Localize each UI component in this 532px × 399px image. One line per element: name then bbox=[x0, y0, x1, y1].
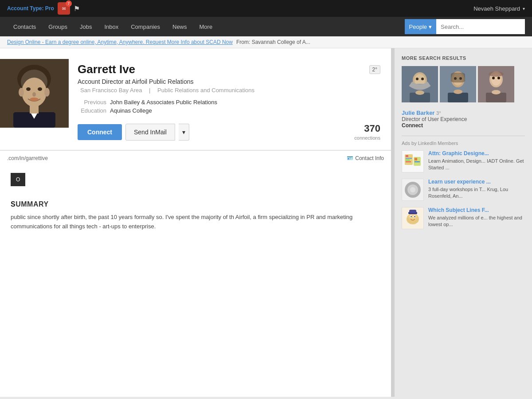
flag-icon[interactable]: ⚑ bbox=[74, 4, 80, 13]
ads-section: Ads by LinkedIn Members bbox=[402, 136, 525, 229]
nav-companies[interactable]: Companies bbox=[125, 17, 166, 36]
previous-value: John Bailey & Associates Public Relation… bbox=[110, 99, 217, 106]
svg-point-6 bbox=[26, 87, 31, 91]
person-connect-button[interactable]: Connect bbox=[402, 122, 525, 129]
profile-meta: Previous John Bailey & Associates Public… bbox=[78, 99, 380, 114]
svg-point-19 bbox=[415, 90, 424, 95]
education-row: Education Aquinas College bbox=[78, 107, 380, 114]
svg-rect-12 bbox=[30, 106, 39, 113]
connections-count: 370 connections bbox=[354, 123, 380, 141]
svg-point-16 bbox=[416, 78, 419, 80]
svg-point-4 bbox=[19, 88, 24, 97]
search-input[interactable] bbox=[436, 19, 525, 34]
ad-banner: Design Online - Earn a degree online, An… bbox=[0, 36, 532, 48]
search-result-photo-2[interactable] bbox=[440, 66, 476, 102]
previous-row: Previous John Bailey & Associates Public… bbox=[78, 99, 380, 106]
more-search-results-title: MORE SEARCH RESULTS bbox=[402, 55, 525, 61]
ads-title: Ads by LinkedIn Members bbox=[402, 141, 525, 146]
user-menu[interactable]: Nevaeh Sheppard ▾ bbox=[473, 5, 525, 12]
connection-degree: 2° bbox=[369, 65, 380, 74]
search-type-dropdown[interactable]: People ▾ bbox=[405, 19, 436, 34]
inmail-dropdown-button[interactable]: ▾ bbox=[179, 124, 189, 141]
svg-point-57 bbox=[414, 216, 415, 217]
summary-text: public since shortly after birth, the pa… bbox=[11, 213, 380, 231]
ad-title-1[interactable]: Attn: Graphic Designe... bbox=[428, 150, 525, 156]
ad-content-1: Attn: Graphic Designe... Learn Animation… bbox=[428, 150, 525, 172]
search-results-photos bbox=[402, 66, 525, 102]
ad-content-3: Which Subject Lines F... We analyzed mil… bbox=[428, 207, 525, 228]
person-card: Julie Barker 3° Director of User Experie… bbox=[402, 110, 525, 129]
nav-jobs[interactable]: Jobs bbox=[74, 17, 98, 36]
person-title: Director of User Experience bbox=[402, 116, 525, 122]
search-result-photo-3[interactable] bbox=[478, 66, 514, 102]
ad-banner-link[interactable]: Design Online - Earn a degree online, An… bbox=[7, 39, 233, 45]
svg-rect-43 bbox=[415, 158, 417, 160]
send-inmail-button[interactable]: Send InMail bbox=[125, 124, 175, 141]
user-name: Nevaeh Sheppard bbox=[473, 5, 520, 12]
profile-photo bbox=[0, 59, 69, 128]
ad-desc-2: 3 full-day workshops in T... Krug, Lou R… bbox=[428, 186, 525, 200]
sidebar: MORE SEARCH RESULTS bbox=[395, 48, 532, 397]
ad-card-1: Attn: Graphic Designe... Learn Animation… bbox=[402, 150, 525, 172]
svg-point-31 bbox=[492, 77, 495, 79]
summary-title: SUMMARY bbox=[11, 200, 380, 208]
svg-rect-40 bbox=[406, 160, 410, 160]
svg-point-5 bbox=[44, 88, 50, 97]
nav-inbox[interactable]: Inbox bbox=[98, 17, 125, 36]
main-layout: Garrett Ive 2° Account Director at Airfo… bbox=[0, 48, 532, 397]
svg-rect-27 bbox=[451, 73, 465, 82]
card-icon: 🪪 bbox=[347, 155, 353, 161]
education-value: Aquinas College bbox=[110, 107, 152, 114]
profile-url: .com/in/garrettive bbox=[7, 155, 347, 161]
contact-info-button[interactable]: 🪪 Contact Info bbox=[347, 155, 384, 161]
top-bar-left: Account Type: Pro ✉ 7 ⚑ bbox=[7, 2, 80, 15]
notification-bell[interactable]: ✉ 7 bbox=[58, 2, 70, 15]
account-type-label: Account Type: Pro bbox=[7, 5, 54, 12]
svg-point-17 bbox=[421, 78, 424, 80]
education-label: Education bbox=[78, 107, 106, 114]
svg-rect-25 bbox=[448, 93, 468, 102]
svg-rect-39 bbox=[406, 158, 412, 159]
svg-point-7 bbox=[38, 87, 42, 91]
chevron-down-icon: ▾ bbox=[523, 6, 525, 11]
nav-groups[interactable]: Groups bbox=[42, 17, 74, 36]
svg-point-34 bbox=[492, 90, 501, 94]
top-bar: Account Type: Pro ✉ 7 ⚑ Nevaeh Sheppard … bbox=[0, 0, 532, 17]
ad-content-2: Learn user experience ... 3 full-day wor… bbox=[428, 179, 525, 200]
ad-desc-3: We analyzed millions of e... the highest… bbox=[428, 215, 525, 228]
profile-url-bar: .com/in/garrettive 🪪 Contact Info bbox=[0, 150, 391, 166]
svg-point-8 bbox=[32, 92, 36, 97]
ad-card-3: Which Subject Lines F... We analyzed mil… bbox=[402, 207, 525, 229]
chevron-down-icon: ▾ bbox=[429, 23, 432, 30]
edit-button[interactable]: O bbox=[11, 173, 25, 186]
svg-rect-41 bbox=[406, 161, 411, 162]
account-type-value: Pro bbox=[45, 5, 54, 12]
ad-desc-1: Learn Animation, Design... IADT Online. … bbox=[428, 158, 525, 172]
connect-button[interactable]: Connect bbox=[78, 124, 122, 140]
action-row: Connect Send InMail ▾ 370 connections bbox=[78, 123, 380, 141]
profile-info: Garrett Ive 2° Account Director at Airfo… bbox=[69, 59, 380, 141]
previous-label: Previous bbox=[78, 99, 106, 106]
profile-section: Garrett Ive 2° Account Director at Airfo… bbox=[0, 48, 391, 397]
notification-count: 7 bbox=[66, 0, 72, 7]
ad-thumb-2[interactable] bbox=[402, 179, 424, 201]
nav-news[interactable]: News bbox=[166, 17, 193, 36]
svg-point-56 bbox=[411, 216, 411, 217]
ad-title-2[interactable]: Learn user experience ... bbox=[428, 179, 525, 185]
nav-more[interactable]: More bbox=[193, 17, 219, 36]
search-result-photo-1[interactable] bbox=[402, 66, 438, 102]
profile-body: O SUMMARY public since shortly after bir… bbox=[0, 166, 391, 239]
svg-point-26 bbox=[454, 90, 462, 94]
ad-thumb-1[interactable] bbox=[402, 150, 424, 172]
avatar-svg bbox=[0, 59, 69, 128]
ad-title-3[interactable]: Which Subject Lines F... bbox=[428, 207, 525, 213]
svg-rect-53 bbox=[409, 210, 416, 213]
ad-thumb-3[interactable] bbox=[402, 207, 424, 229]
profile-location: San Francisco Bay Area | Public Relation… bbox=[78, 87, 380, 94]
ad-card-2: Learn user experience ... 3 full-day wor… bbox=[402, 179, 525, 201]
profile-name-row: Garrett Ive 2° bbox=[78, 63, 380, 76]
person-name: Julie Barker 3° bbox=[402, 110, 525, 116]
ad-from-label: From: Savannah College of A... bbox=[236, 39, 310, 45]
search-area: People ▾ bbox=[405, 19, 525, 34]
nav-contacts[interactable]: Contacts bbox=[7, 17, 42, 36]
